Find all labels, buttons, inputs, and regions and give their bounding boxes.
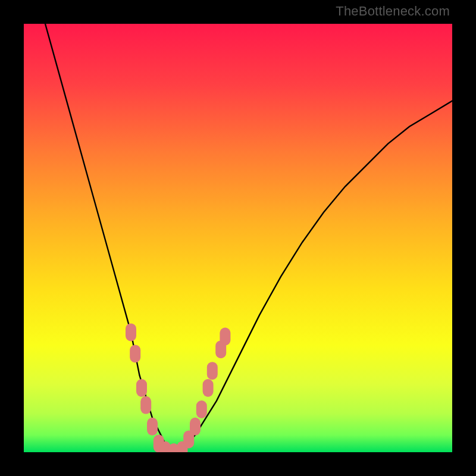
- marker: [136, 379, 147, 397]
- marker: [196, 400, 207, 418]
- marker: [147, 418, 158, 436]
- marker: [203, 379, 214, 397]
- marker: [190, 418, 201, 436]
- bottleneck-curve: [45, 24, 452, 452]
- chart-frame: TheBottleneck.com: [0, 0, 476, 476]
- marker: [130, 345, 140, 362]
- watermark-text: TheBottleneck.com: [336, 4, 450, 19]
- marker: [126, 323, 136, 341]
- marker: [140, 396, 151, 414]
- marker: [207, 362, 218, 380]
- highlighted-points: [126, 323, 230, 452]
- marker: [220, 328, 230, 346]
- chart-overlay: [24, 24, 452, 452]
- plot-area: [24, 24, 452, 452]
